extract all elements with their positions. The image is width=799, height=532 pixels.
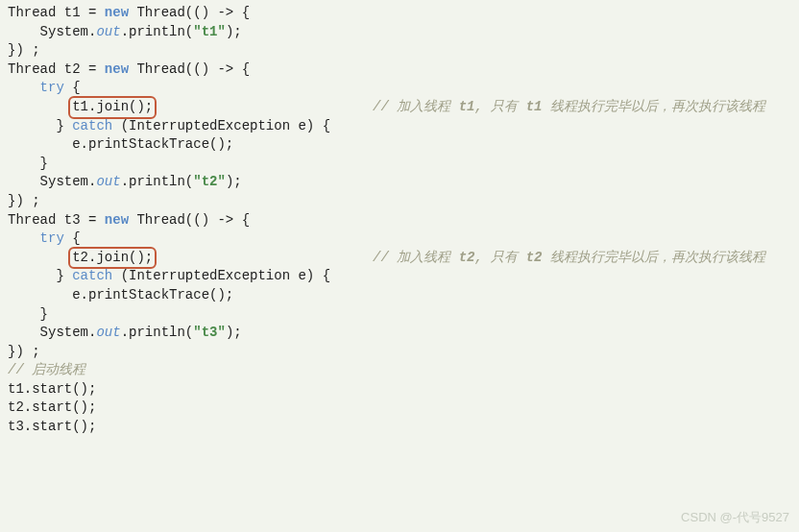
highlight-t1-join: t1.join(); (68, 96, 157, 119)
code-line: t3.start(); (8, 418, 791, 437)
code-line: // 启动线程 (8, 361, 791, 380)
code-line: }) ; (8, 192, 791, 211)
watermark-text: CSDN @-代号9527 (681, 509, 789, 526)
code-line: try { (8, 230, 791, 249)
code-line: } (8, 305, 791, 325)
code-line: Thread t1 = new Thread(() -> { (8, 4, 791, 23)
highlight-t2-join: t2.join(); (68, 247, 157, 270)
code-line: } catch (InterruptedException e) { (8, 267, 791, 286)
code-line: }) ; (8, 343, 791, 362)
code-line: } catch (InterruptedException e) { (8, 117, 791, 136)
code-line: } (8, 155, 791, 174)
code-line: Thread t2 = new Thread(() -> { (8, 60, 791, 80)
code-line: System.out.println("t1"); (8, 23, 791, 42)
code-line: t1.start(); (8, 380, 791, 399)
code-block: Thread t1 = new Thread(() -> { System.ou… (0, 0, 799, 441)
code-line: t2.join(); // 加入线程 t2, 只有 t2 线程执行完毕以后，再次… (8, 249, 791, 268)
code-line: System.out.println("t2"); (8, 173, 791, 192)
code-line: }) ; (8, 41, 791, 60)
code-line: e.printStackTrace(); (8, 135, 791, 155)
code-line: Thread t3 = new Thread(() -> { (8, 211, 791, 230)
code-line: t1.join(); // 加入线程 t1, 只有 t1 线程执行完毕以后，再次… (8, 98, 791, 117)
code-line: t2.start(); (8, 399, 791, 418)
code-line: e.printStackTrace(); (8, 286, 791, 305)
code-line: System.out.println("t3"); (8, 324, 791, 343)
